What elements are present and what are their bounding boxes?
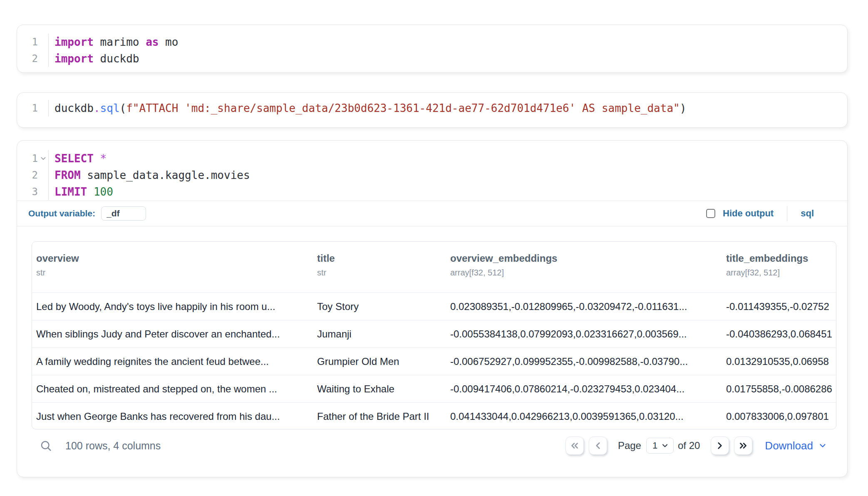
token-string: f"ATTACH 'md:_share/sample_data/23b0d623… bbox=[126, 102, 680, 114]
fold-chevron-icon[interactable] bbox=[40, 155, 47, 162]
page-label: Page bbox=[618, 440, 641, 451]
line-number: 1 bbox=[17, 34, 38, 50]
table-cell: Led by Woody, Andy's toys live happily i… bbox=[32, 301, 313, 312]
table-cell: -0.040386293,0.068451 bbox=[722, 328, 836, 340]
column-name: overview_embeddings bbox=[450, 253, 718, 264]
code-text: FROM sample_data.kaggle.movies bbox=[49, 167, 250, 184]
code-text: SELECT * bbox=[49, 150, 107, 167]
table-cell: 0.0132910535,0.06958 bbox=[722, 356, 836, 367]
code-line: 3LIMIT 100 bbox=[17, 184, 847, 200]
line-number: 1 bbox=[17, 100, 38, 117]
chevron-down-icon bbox=[661, 441, 669, 450]
token-num: 100 bbox=[94, 186, 113, 198]
table-footer: 100 rows, 4 columns Page bbox=[32, 436, 836, 455]
table-cell: Waiting to Exhale bbox=[313, 383, 446, 395]
token-func: sql bbox=[100, 102, 120, 114]
page-total: of 20 bbox=[678, 440, 700, 451]
table-cell: Father of the Bride Part II bbox=[313, 411, 446, 422]
table-cell: Toy Story bbox=[313, 301, 446, 312]
vertical-divider bbox=[787, 206, 787, 221]
table-cell: 0.041433044,0.042966213,0.0039591365,0.0… bbox=[446, 411, 722, 422]
last-page-button[interactable] bbox=[734, 436, 752, 455]
code-cell-sql-query: 1SELECT *2FROM sample_data.kaggle.movies… bbox=[17, 140, 848, 477]
token-kw: as bbox=[146, 36, 159, 48]
next-page-button[interactable] bbox=[711, 436, 729, 455]
table-row: Just when George Banks has recovered fro… bbox=[32, 402, 836, 429]
table-row: Led by Woody, Andy's toys live happily i… bbox=[32, 293, 836, 320]
table-cell: Jumanji bbox=[313, 328, 446, 340]
hide-output-checkbox[interactable] bbox=[706, 209, 715, 218]
prev-page-button[interactable] bbox=[589, 436, 607, 455]
language-badge: sql bbox=[801, 208, 814, 219]
chevron-down-icon bbox=[818, 441, 827, 450]
code-cell-imports: 1import marimo as mo2import duckdb bbox=[17, 25, 848, 73]
output-section: overviewstrtitlestroverview_embeddingsar… bbox=[17, 226, 847, 455]
line-gutter: 2 bbox=[17, 167, 49, 184]
chevrons-left-icon bbox=[569, 440, 580, 451]
download-button[interactable]: Download bbox=[765, 439, 827, 452]
token-plain bbox=[87, 186, 94, 198]
output-options-group: Hide output sql bbox=[706, 206, 836, 221]
token-kw: LIMIT bbox=[55, 186, 87, 198]
token-kw: FROM bbox=[55, 169, 81, 181]
footer-left: 100 rows, 4 columns bbox=[40, 439, 161, 452]
code-editor[interactable]: 1SELECT *2FROM sample_data.kaggle.movies… bbox=[17, 141, 847, 201]
first-page-button[interactable] bbox=[565, 436, 584, 455]
column-header-overview[interactable]: overviewstr bbox=[32, 242, 313, 293]
table-row: A family wedding reignites the ancient f… bbox=[32, 347, 836, 375]
column-type: array[f32, 512] bbox=[450, 268, 718, 278]
token-plain: mo bbox=[159, 36, 178, 48]
code-line: 1import marimo as mo bbox=[17, 34, 847, 50]
column-name: title bbox=[317, 253, 442, 264]
line-gutter: 1 bbox=[17, 100, 49, 117]
code-cell-attach: 1duckdb.sql(f"ATTACH 'md:_share/sample_d… bbox=[17, 92, 848, 128]
token-plain: duckdb bbox=[94, 52, 139, 65]
table-cell: When siblings Judy and Peter discover an… bbox=[32, 328, 313, 340]
token-plain: marimo bbox=[94, 36, 146, 48]
table-cell: -0.0055384138,0.07992093,0.023316627,0.0… bbox=[446, 328, 722, 340]
column-header-title[interactable]: titlestr bbox=[313, 242, 446, 293]
search-icon bbox=[40, 439, 52, 452]
output-variable-input[interactable] bbox=[101, 206, 146, 221]
table-cell: Just when George Banks has recovered fro… bbox=[32, 411, 313, 422]
chevron-right-icon bbox=[714, 440, 725, 451]
line-number: 2 bbox=[17, 50, 38, 67]
search-button[interactable] bbox=[40, 439, 52, 452]
table-cell: -0.006752927,0.099952355,-0.009982588,-0… bbox=[446, 356, 722, 367]
token-plain: ) bbox=[680, 102, 687, 114]
table-header-row: overviewstrtitlestroverview_embeddingsar… bbox=[32, 242, 836, 293]
pagination: Page 1 of 20 bbox=[565, 436, 827, 455]
hide-output-label[interactable]: Hide output bbox=[723, 208, 774, 219]
table-body: Led by Woody, Andy's toys live happily i… bbox=[32, 293, 836, 429]
page-select[interactable]: 1 bbox=[646, 438, 674, 454]
code-editor[interactable]: 1import marimo as mo2import duckdb bbox=[17, 25, 847, 67]
table-cell: 0.01755858,-0.0086286 bbox=[722, 383, 836, 395]
table-cell: -0.009417406,0.07860214,-0.023279453,0.0… bbox=[446, 383, 722, 395]
code-line: 2FROM sample_data.kaggle.movies bbox=[17, 167, 847, 184]
column-header-overview_embeddings[interactable]: overview_embeddingsarray[f32, 512] bbox=[446, 242, 722, 293]
line-number: 1 bbox=[17, 150, 38, 167]
code-line: 2import duckdb bbox=[17, 50, 847, 67]
table-row: When siblings Judy and Peter discover an… bbox=[32, 320, 836, 347]
token-kw: import bbox=[55, 36, 94, 48]
code-text: duckdb.sql(f"ATTACH 'md:_share/sample_da… bbox=[49, 100, 686, 117]
code-line: 1duckdb.sql(f"ATTACH 'md:_share/sample_d… bbox=[17, 100, 847, 117]
token-plain: ( bbox=[120, 102, 126, 114]
token-kw: import bbox=[55, 52, 94, 65]
line-number: 2 bbox=[17, 167, 38, 184]
fold-toggle[interactable] bbox=[38, 155, 49, 162]
output-toolbar: Output variable: Hide output sql bbox=[17, 201, 847, 226]
line-gutter: 2 bbox=[17, 50, 49, 67]
code-text: import marimo as mo bbox=[49, 34, 178, 50]
token-plain bbox=[94, 152, 100, 165]
column-header-title_embeddings[interactable]: title_embeddingsarray[f32, 512] bbox=[722, 242, 836, 293]
line-gutter: 1 bbox=[17, 34, 49, 50]
column-name: overview bbox=[36, 253, 309, 264]
line-gutter: 1 bbox=[17, 150, 49, 167]
table-cell: Cheated on, mistreated and stepped on, t… bbox=[32, 383, 313, 395]
code-text: LIMIT 100 bbox=[49, 184, 113, 200]
code-editor[interactable]: 1duckdb.sql(f"ATTACH 'md:_share/sample_d… bbox=[17, 93, 847, 117]
output-variable-label: Output variable: bbox=[28, 208, 95, 218]
page-select-value: 1 bbox=[652, 440, 657, 451]
token-op: * bbox=[100, 152, 107, 165]
